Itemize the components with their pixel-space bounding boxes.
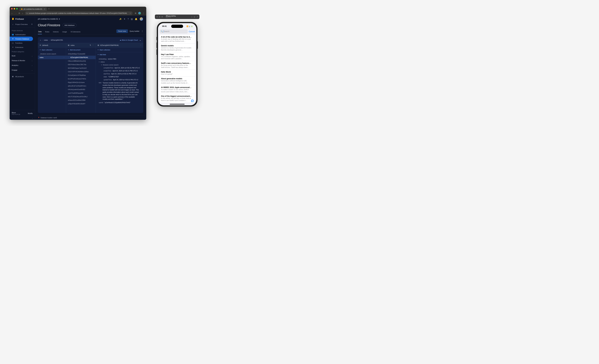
sim-close-button[interactable] (156, 16, 158, 17)
notifications-icon[interactable]: 🔔 (135, 18, 137, 20)
panel-view-button[interactable]: Panel view (116, 29, 128, 33)
user-avatar[interactable] (140, 17, 143, 21)
note-item[interactable]: Swift's new concurrency features…As Doug… (159, 61, 195, 70)
more-icon[interactable]: ⋮ (92, 44, 94, 46)
tab-indexes[interactable]: Indexes (53, 29, 59, 34)
document-row[interactable]: kbJJPFafXmb5utuCFWOx (66, 77, 96, 81)
site-info-icon[interactable]: ⇆ (26, 12, 28, 14)
more-icon[interactable]: ⋮ (142, 12, 145, 14)
start-collection-button[interactable]: +Start collection (38, 47, 66, 52)
firebase-logo[interactable]: Firebase (10, 16, 35, 22)
profile-avatar-icon[interactable] (138, 12, 141, 15)
note-item[interactable]: Hello WorldHow is it going?› (159, 70, 195, 77)
more-icon[interactable]: ⋮ (141, 30, 143, 32)
reload-button[interactable]: ⟳ (18, 12, 20, 14)
sim-minimize-button[interactable] (159, 16, 160, 17)
document-row[interactable]: vzsrfrTsa6thBSpapN6l (66, 91, 96, 95)
collection-row[interactable]: _firestore-vector-search (38, 52, 66, 56)
tab-data[interactable]: Data (38, 29, 42, 34)
google-cloud-link[interactable]: ☁More in Google Cloud (120, 39, 138, 41)
document-row[interactable]: tVKnHcjvwlnhOoe09VB3 (66, 88, 96, 91)
note-item[interactable]: Hey! I am PeterI'm a software engineer, … (159, 52, 195, 61)
tab-rules[interactable]: Rules (45, 29, 50, 34)
sim-open-icon[interactable]: ↗ (197, 16, 198, 18)
note-item[interactable]: At WWDC 2019, Apple announced…To make it… (159, 85, 195, 94)
back-button[interactable]: ← (11, 12, 13, 14)
project-overview-link[interactable]: ⌂ Project Overview ⚙ (10, 22, 35, 26)
tab-usage[interactable]: Usage (62, 29, 67, 34)
forward-button[interactable]: → (15, 12, 17, 14)
maximize-window-button[interactable] (16, 8, 18, 9)
extensions-icon[interactable]: ⊞ (134, 12, 137, 14)
address-bar[interactable]: ⇆ console.firebase.google.com/project/pf… (25, 11, 132, 15)
chevron-right-icon: › (193, 80, 193, 82)
expand-icon[interactable]: ⌄ (139, 39, 141, 41)
document-row[interactable]: y26jksfYBSd83Rv30sWY (66, 102, 96, 105)
close-window-button[interactable] (11, 8, 13, 9)
tab-extensions[interactable]: ⬇Extensions (70, 29, 81, 34)
sidebar-item-functions[interactable]: (·) Functions (10, 41, 35, 45)
note-item[interactable]: One of the biggest announcements…In this… (159, 94, 195, 103)
collection-row[interactable]: notes› (38, 56, 66, 59)
search-row: 🔍 Search Cancel (158, 29, 196, 35)
document-row[interactable]: CMucncMB0a6mtHuoD2ji (66, 59, 96, 63)
layers-icon: ≋ (40, 44, 41, 46)
document-row[interactable]: EB2Yh9xw1S6ecCBlC7Ae (66, 63, 96, 66)
add-field-button[interactable]: +Add field (96, 52, 143, 57)
sim-home-icon[interactable]: ⌂ (191, 16, 192, 18)
add-document-button[interactable]: +Add document (66, 47, 96, 52)
modify-plan-button[interactable]: Modify (28, 113, 33, 114)
gear-icon[interactable]: ⚙ (31, 23, 33, 25)
category-release[interactable]: Release & Monitor⌄ (10, 58, 35, 63)
more-icon[interactable]: ⋮ (140, 44, 141, 46)
note-item[interactable]: About generative modelsGenerative artifi… (159, 77, 195, 85)
sim-maximize-button[interactable] (161, 16, 163, 17)
document-row[interactable]: OSGYXPF4F2K6NWmS3Rbh (66, 70, 96, 73)
column-browser: ≋ (default) +Start collection _firestore… (38, 43, 143, 113)
add-database-button[interactable]: Add database (62, 23, 77, 27)
gemini-icon[interactable]: ✦ (124, 18, 125, 20)
collapse-sidebar-button[interactable]: ‹ (10, 117, 35, 120)
note-item[interactable]: Gemini modelsGemini is a family of gener… (159, 43, 195, 52)
sidebar-item-authentication[interactable]: 👥 Authentication (10, 32, 35, 37)
sidebar-item-firestore[interactable]: ≋ Firestore Database (10, 37, 33, 41)
cancel-button[interactable]: Cancel (189, 30, 195, 33)
sidebar-item-extensions[interactable]: ✦ Extensions (10, 45, 35, 49)
query-builder-button[interactable]: Query builder (130, 30, 140, 32)
notes-icon[interactable]: ▤ (131, 18, 133, 20)
category-build[interactable]: Build⌄ (10, 53, 35, 58)
compose-icon[interactable] (191, 99, 194, 102)
close-tab-icon[interactable]: ✕ (44, 8, 45, 10)
home-icon[interactable]: ⌂ (40, 39, 41, 41)
browser-tab[interactable]: pfr-codelab-fvs-mobile-01 - ✕ (19, 7, 47, 11)
extension-icons: ⊞ ⋮ (134, 12, 145, 15)
all-products-link[interactable]: ▦ All products (10, 74, 35, 79)
minimize-window-button[interactable] (14, 8, 15, 9)
help-icon[interactable]: ? (128, 18, 129, 20)
project-overview-label: Project Overview (15, 23, 28, 25)
document-row[interactable]: OUJsdQa6vLV4T8IqR6ak (66, 73, 96, 77)
document-row[interactable]: w5z7CXDqGAeuuKOe1MuJ (66, 95, 96, 98)
document-row[interactable]: MI4YkM6Olapw7aLWVyDZ (66, 66, 96, 70)
home-button[interactable]: ⌂ (22, 12, 23, 14)
tab-title: pfr-codelab-fvs-mobile-01 - (24, 8, 43, 10)
start-collection-button[interactable]: +Start collection (96, 47, 143, 52)
document-row[interactable]: 243ee9h6kpv7Zzdxdo9D (66, 52, 96, 56)
document-row[interactable]: qWzv0FyKTqYl0wR8YaCc (66, 84, 96, 88)
category-analytics[interactable]: Analytics⌄ (10, 63, 35, 68)
breadcrumb-item[interactable]: notes (44, 39, 48, 41)
filter-icon[interactable]: ⇅ (90, 44, 91, 46)
note-item[interactable]: A lot of the code we write has to de…A s… (159, 35, 195, 43)
document-row[interactable]: ⋮6ZDaUg9t4VO5lbPREAIL› (66, 56, 96, 59)
spark-icon[interactable]: ✨ (119, 18, 122, 20)
breadcrumb-item[interactable]: 6ZDaUg9t4VO5l. (51, 39, 63, 41)
new-tab-button[interactable]: + (48, 8, 49, 10)
bookmark-icon[interactable]: ☆ (130, 12, 131, 14)
category-engage[interactable]: Engage⌄ (10, 68, 35, 72)
project-selector[interactable]: pfr-codelab-fvs-mobile-01 ▾ (38, 18, 60, 20)
document-row[interactable]: li5gqJcNtHeQmJyLkpea (66, 81, 96, 84)
sim-screenshot-icon[interactable]: ◻ (194, 16, 195, 18)
document-row[interactable]: wHaeorE0CIedtWaCIBMr (66, 98, 96, 102)
home-indicator[interactable] (170, 104, 185, 104)
search-input[interactable]: 🔍 Search (159, 29, 188, 34)
